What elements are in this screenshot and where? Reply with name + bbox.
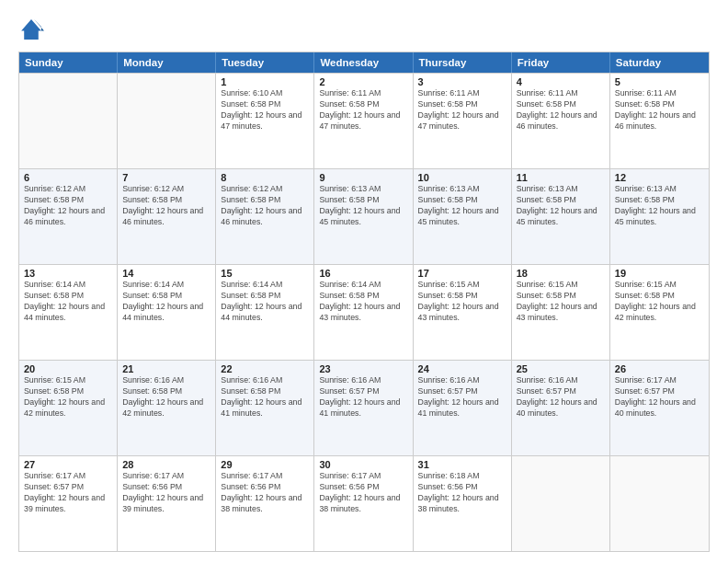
day-info: Sunrise: 6:16 AMSunset: 6:57 PMDaylight:… <box>319 375 407 419</box>
calendar-cell: 28Sunrise: 6:17 AMSunset: 6:56 PMDayligh… <box>118 456 216 551</box>
day-info: Sunrise: 6:16 AMSunset: 6:57 PMDaylight:… <box>418 375 506 419</box>
weekday-header: Friday <box>512 52 610 73</box>
day-number: 15 <box>221 268 309 279</box>
svg-marker-0 <box>21 19 41 40</box>
calendar-cell: 22Sunrise: 6:16 AMSunset: 6:58 PMDayligh… <box>216 361 314 455</box>
calendar-cell <box>610 456 709 551</box>
day-info: Sunrise: 6:14 AMSunset: 6:58 PMDaylight:… <box>24 280 112 324</box>
calendar-cell: 31Sunrise: 6:18 AMSunset: 6:56 PMDayligh… <box>414 456 512 551</box>
day-number: 31 <box>418 459 506 470</box>
day-number: 20 <box>24 363 112 374</box>
calendar-cell: 12Sunrise: 6:13 AMSunset: 6:58 PMDayligh… <box>610 169 709 264</box>
day-number: 14 <box>122 268 210 279</box>
day-info: Sunrise: 6:16 AMSunset: 6:58 PMDaylight:… <box>122 375 210 419</box>
day-info: Sunrise: 6:13 AMSunset: 6:58 PMDaylight:… <box>615 184 704 228</box>
calendar-cell: 3Sunrise: 6:11 AMSunset: 6:58 PMDaylight… <box>414 74 512 168</box>
calendar-cell: 29Sunrise: 6:17 AMSunset: 6:56 PMDayligh… <box>216 456 314 551</box>
weekday-header: Monday <box>118 52 216 73</box>
calendar-row: 27Sunrise: 6:17 AMSunset: 6:57 PMDayligh… <box>19 455 709 551</box>
day-number: 5 <box>615 76 704 87</box>
day-number: 17 <box>418 268 506 279</box>
calendar-cell: 19Sunrise: 6:15 AMSunset: 6:58 PMDayligh… <box>610 265 709 360</box>
calendar-cell: 11Sunrise: 6:13 AMSunset: 6:58 PMDayligh… <box>512 169 610 264</box>
calendar-cell: 16Sunrise: 6:14 AMSunset: 6:58 PMDayligh… <box>314 265 413 360</box>
day-info: Sunrise: 6:11 AMSunset: 6:58 PMDaylight:… <box>319 88 407 132</box>
calendar-cell: 23Sunrise: 6:16 AMSunset: 6:57 PMDayligh… <box>314 361 413 455</box>
page: SundayMondayTuesdayWednesdayThursdayFrid… <box>0 0 728 563</box>
day-info: Sunrise: 6:12 AMSunset: 6:58 PMDaylight:… <box>221 184 309 228</box>
day-number: 3 <box>418 76 506 87</box>
day-info: Sunrise: 6:15 AMSunset: 6:58 PMDaylight:… <box>24 375 112 419</box>
day-info: Sunrise: 6:13 AMSunset: 6:58 PMDaylight:… <box>517 184 605 228</box>
calendar-cell: 21Sunrise: 6:16 AMSunset: 6:58 PMDayligh… <box>118 361 216 455</box>
day-number: 8 <box>221 172 309 183</box>
day-number: 2 <box>319 76 407 87</box>
day-info: Sunrise: 6:14 AMSunset: 6:58 PMDaylight:… <box>221 280 309 324</box>
day-info: Sunrise: 6:17 AMSunset: 6:56 PMDaylight:… <box>122 471 210 515</box>
day-info: Sunrise: 6:17 AMSunset: 6:57 PMDaylight:… <box>24 471 112 515</box>
calendar-body: 1Sunrise: 6:10 AMSunset: 6:58 PMDaylight… <box>19 73 709 551</box>
day-number: 18 <box>517 268 605 279</box>
day-number: 10 <box>418 172 506 183</box>
calendar-cell: 26Sunrise: 6:17 AMSunset: 6:57 PMDayligh… <box>610 361 709 455</box>
day-info: Sunrise: 6:18 AMSunset: 6:56 PMDaylight:… <box>418 471 506 515</box>
day-number: 21 <box>122 363 210 374</box>
calendar-cell: 20Sunrise: 6:15 AMSunset: 6:58 PMDayligh… <box>19 361 118 455</box>
calendar-cell <box>19 74 118 168</box>
calendar-cell: 2Sunrise: 6:11 AMSunset: 6:58 PMDaylight… <box>314 74 413 168</box>
calendar-cell: 18Sunrise: 6:15 AMSunset: 6:58 PMDayligh… <box>512 265 610 360</box>
calendar: SundayMondayTuesdayWednesdayThursdayFrid… <box>18 52 710 552</box>
weekday-header: Sunday <box>19 52 118 73</box>
day-info: Sunrise: 6:13 AMSunset: 6:58 PMDaylight:… <box>319 184 407 228</box>
day-info: Sunrise: 6:17 AMSunset: 6:57 PMDaylight:… <box>615 375 704 419</box>
day-number: 23 <box>319 363 407 374</box>
day-number: 30 <box>319 459 407 470</box>
day-number: 9 <box>319 172 407 183</box>
day-number: 12 <box>615 172 704 183</box>
day-number: 19 <box>615 268 704 279</box>
day-info: Sunrise: 6:15 AMSunset: 6:58 PMDaylight:… <box>517 280 605 324</box>
calendar-cell <box>512 456 610 551</box>
calendar-cell: 1Sunrise: 6:10 AMSunset: 6:58 PMDaylight… <box>216 74 314 168</box>
calendar-row: 13Sunrise: 6:14 AMSunset: 6:58 PMDayligh… <box>19 264 709 360</box>
day-number: 7 <box>122 172 210 183</box>
day-info: Sunrise: 6:16 AMSunset: 6:57 PMDaylight:… <box>517 375 605 419</box>
day-info: Sunrise: 6:11 AMSunset: 6:58 PMDaylight:… <box>615 88 704 132</box>
day-info: Sunrise: 6:13 AMSunset: 6:58 PMDaylight:… <box>418 184 506 228</box>
calendar-row: 1Sunrise: 6:10 AMSunset: 6:58 PMDaylight… <box>19 73 709 168</box>
day-info: Sunrise: 6:11 AMSunset: 6:58 PMDaylight:… <box>418 88 506 132</box>
calendar-cell: 4Sunrise: 6:11 AMSunset: 6:58 PMDaylight… <box>512 74 610 168</box>
day-number: 27 <box>24 459 112 470</box>
day-info: Sunrise: 6:12 AMSunset: 6:58 PMDaylight:… <box>24 184 112 228</box>
calendar-cell: 25Sunrise: 6:16 AMSunset: 6:57 PMDayligh… <box>512 361 610 455</box>
calendar-cell: 6Sunrise: 6:12 AMSunset: 6:58 PMDaylight… <box>19 169 118 264</box>
calendar-cell: 13Sunrise: 6:14 AMSunset: 6:58 PMDayligh… <box>19 265 118 360</box>
calendar-cell: 17Sunrise: 6:15 AMSunset: 6:58 PMDayligh… <box>414 265 512 360</box>
weekday-header: Thursday <box>414 52 512 73</box>
header <box>18 17 710 42</box>
calendar-cell <box>118 74 216 168</box>
weekday-header: Wednesday <box>314 52 413 73</box>
day-number: 26 <box>615 363 704 374</box>
day-number: 6 <box>24 172 112 183</box>
day-number: 4 <box>517 76 605 87</box>
day-info: Sunrise: 6:11 AMSunset: 6:58 PMDaylight:… <box>517 88 605 132</box>
day-info: Sunrise: 6:15 AMSunset: 6:58 PMDaylight:… <box>615 280 704 324</box>
day-number: 16 <box>319 268 407 279</box>
day-number: 1 <box>221 76 309 87</box>
day-info: Sunrise: 6:15 AMSunset: 6:58 PMDaylight:… <box>418 280 506 324</box>
day-number: 24 <box>418 363 506 374</box>
day-number: 28 <box>122 459 210 470</box>
day-number: 29 <box>221 459 309 470</box>
calendar-header: SundayMondayTuesdayWednesdayThursdayFrid… <box>19 52 709 73</box>
calendar-cell: 15Sunrise: 6:14 AMSunset: 6:58 PMDayligh… <box>216 265 314 360</box>
calendar-cell: 7Sunrise: 6:12 AMSunset: 6:58 PMDaylight… <box>118 169 216 264</box>
calendar-cell: 8Sunrise: 6:12 AMSunset: 6:58 PMDaylight… <box>216 169 314 264</box>
day-info: Sunrise: 6:14 AMSunset: 6:58 PMDaylight:… <box>122 280 210 324</box>
calendar-row: 6Sunrise: 6:12 AMSunset: 6:58 PMDaylight… <box>19 168 709 264</box>
calendar-cell: 10Sunrise: 6:13 AMSunset: 6:58 PMDayligh… <box>414 169 512 264</box>
weekday-header: Saturday <box>610 52 709 73</box>
day-number: 13 <box>24 268 112 279</box>
weekday-header: Tuesday <box>216 52 314 73</box>
calendar-cell: 30Sunrise: 6:17 AMSunset: 6:56 PMDayligh… <box>314 456 413 551</box>
